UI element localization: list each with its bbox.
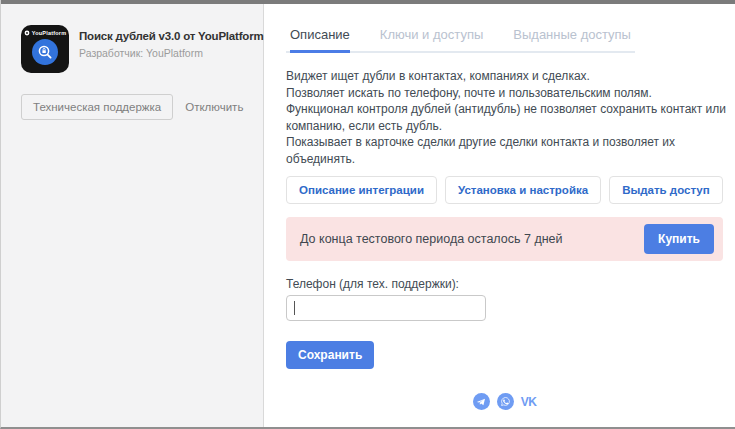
trial-period-alert: До конца тестового периода осталось 7 дн…	[286, 217, 723, 261]
whatsapp-icon[interactable]	[497, 393, 514, 410]
app-description: Виджет ищет дубли в контактах, компаниях…	[286, 68, 735, 167]
text-cursor	[294, 301, 295, 315]
whatsapp-circle	[497, 393, 514, 410]
logo-brand-text: YouPlatform	[32, 30, 67, 36]
buy-button[interactable]: Купить	[644, 224, 714, 254]
description-line: Показывает в карточке сделки другие сдел…	[286, 134, 735, 167]
description-line: Позволяет искать по телефону, почте и по…	[286, 85, 735, 102]
logo-brand: YouPlatform	[24, 30, 67, 36]
grant-access-button[interactable]: Выдать доступ	[609, 176, 723, 204]
app-title: Поиск дублей v3.0 от YouPlatform	[79, 30, 247, 42]
main-content: Описание Ключи и доступы Выданные доступ…	[265, 4, 735, 427]
support-button[interactable]: Техническая поддержка	[21, 94, 173, 120]
sidebar: YouPlatform Поиск дублей v3.0 от YouPlat…	[1, 4, 264, 427]
phone-input[interactable]	[286, 295, 486, 321]
app-window: YouPlatform Поиск дублей v3.0 от YouPlat…	[0, 0, 735, 429]
magnifier-lock-icon	[37, 44, 53, 60]
telegram-icon[interactable]	[473, 393, 490, 410]
tab-bar: Описание Ключи и доступы Выданные доступ…	[286, 27, 635, 53]
duplicate-search-icon	[32, 39, 58, 65]
phone-field-block: Телефон (для тех. поддержки):	[286, 277, 720, 321]
app-card: YouPlatform Поиск дублей v3.0 от YouPlat…	[1, 4, 263, 73]
disable-button[interactable]: Отключить	[185, 101, 243, 113]
doc-buttons-row: Описание интеграции Установка и настройк…	[286, 176, 720, 204]
tab-keys-and-access[interactable]: Ключи и доступы	[380, 27, 483, 51]
vk-icon[interactable]: VK	[521, 395, 537, 409]
save-button[interactable]: Сохранить	[286, 341, 374, 369]
app-info: Поиск дублей v3.0 от YouPlatform Разрабо…	[79, 25, 247, 59]
description-line: Функционал контроля дублей (антидубль) н…	[286, 101, 735, 134]
telegram-circle	[473, 393, 490, 410]
app-developer: Разработчик: YouPlatform	[79, 47, 247, 59]
app-logo: YouPlatform	[21, 25, 69, 73]
tab-description[interactable]: Описание	[290, 27, 350, 53]
phone-input-wrap	[286, 295, 486, 321]
trial-alert-text: До конца тестового периода осталось 7 дн…	[300, 232, 563, 246]
vk-logo-text: VK	[521, 395, 537, 409]
social-links-row: VK	[286, 393, 723, 410]
sidebar-actions: Техническая поддержка Отключить	[21, 94, 263, 120]
tab-granted-access[interactable]: Выданные доступы	[513, 27, 631, 51]
description-line: Виджет ищет дубли в контактах, компаниях…	[286, 68, 735, 85]
phone-label: Телефон (для тех. поддержки):	[286, 277, 720, 291]
setup-and-configuration-button[interactable]: Установка и настройка	[445, 176, 601, 204]
gear-icon	[24, 30, 30, 36]
integration-description-button[interactable]: Описание интеграции	[286, 176, 437, 204]
